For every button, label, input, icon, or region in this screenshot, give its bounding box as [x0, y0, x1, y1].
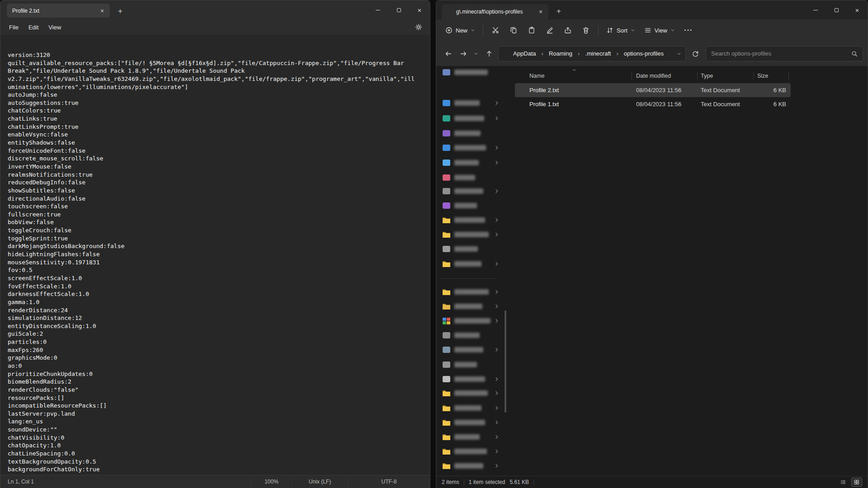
- sidebar-item[interactable]: [436, 286, 503, 298]
- chevron-icon[interactable]: [494, 348, 498, 352]
- zoom-level[interactable]: 100%: [251, 478, 292, 486]
- sidebar-item[interactable]: [436, 359, 503, 371]
- sidebar-item[interactable]: [436, 329, 503, 341]
- file-row-profile-2[interactable]: Profile 2.txt 08/04/2023 11:56 Text Docu…: [515, 83, 791, 97]
- search-input[interactable]: [711, 50, 848, 57]
- thumbnails-view-button[interactable]: [851, 478, 862, 487]
- recent-locations-button[interactable]: [471, 46, 481, 61]
- new-tab-button[interactable]: +: [553, 5, 565, 17]
- chevron-icon[interactable]: [494, 262, 498, 266]
- search-box[interactable]: [706, 46, 863, 61]
- chevron-icon[interactable]: [494, 189, 498, 193]
- delete-button[interactable]: [577, 23, 595, 38]
- menu-edit[interactable]: Edit: [24, 22, 43, 33]
- chevron-icon[interactable]: [494, 319, 498, 323]
- tab-close-icon[interactable]: ×: [97, 6, 107, 16]
- chevron-icon[interactable]: [494, 406, 498, 410]
- sidebar-item[interactable]: [436, 243, 503, 255]
- column-divider[interactable]: [697, 72, 698, 80]
- notepad-tab[interactable]: Profile 2.txt ×: [7, 4, 110, 18]
- chevron-icon[interactable]: [494, 117, 498, 120]
- breadcrumb-roaming[interactable]: Roaming: [547, 49, 574, 58]
- sidebar-item[interactable]: [436, 229, 503, 240]
- file-row-profile-1[interactable]: Profile 1.txt 08/04/2023 11:56 Text Docu…: [515, 97, 791, 111]
- sidebar-item[interactable]: [436, 172, 503, 183]
- refresh-button[interactable]: [688, 46, 703, 61]
- line-ending[interactable]: Unix (LF): [292, 478, 348, 486]
- chevron-icon[interactable]: [494, 305, 498, 308]
- close-button[interactable]: ×: [847, 0, 868, 19]
- column-header-name[interactable]: Name: [529, 73, 544, 79]
- sidebar-item[interactable]: [436, 142, 503, 154]
- column-divider[interactable]: [632, 72, 632, 80]
- sidebar-item[interactable]: [436, 200, 503, 211]
- sidebar-item[interactable]: [436, 446, 503, 457]
- chevron-icon[interactable]: [494, 391, 498, 395]
- sidebar-item[interactable]: [436, 431, 503, 443]
- sidebar-scrollbar[interactable]: [503, 66, 508, 476]
- close-button[interactable]: ×: [409, 0, 430, 19]
- minimize-button[interactable]: [805, 0, 826, 19]
- chevron-down-icon[interactable]: [677, 52, 681, 56]
- tab-close-icon[interactable]: ×: [536, 7, 546, 17]
- scrollbar-thumb[interactable]: [505, 310, 506, 413]
- sidebar-item[interactable]: [436, 300, 503, 312]
- sidebar-item[interactable]: [436, 127, 503, 139]
- paste-button[interactable]: [523, 23, 541, 38]
- chevron-icon[interactable]: [494, 377, 498, 381]
- more-options-button[interactable]: ···: [679, 23, 698, 38]
- menu-view[interactable]: View: [43, 22, 66, 33]
- chevron-icon[interactable]: [494, 218, 498, 222]
- explorer-tab[interactable]: g\.minecraft\options-profiles ×: [442, 4, 548, 19]
- sidebar-item[interactable]: [436, 387, 503, 399]
- column-header-type[interactable]: Type: [701, 73, 713, 79]
- breadcrumb-options-profiles[interactable]: options-profiles: [622, 49, 665, 58]
- minimize-button[interactable]: [368, 0, 388, 19]
- rename-button[interactable]: [541, 23, 559, 38]
- sidebar-item[interactable]: [436, 344, 503, 356]
- sort-button[interactable]: Sort: [602, 23, 640, 37]
- sidebar-item[interactable]: [436, 214, 503, 226]
- column-header-date-modified[interactable]: Date modified: [636, 73, 671, 79]
- chevron-icon[interactable]: [494, 421, 498, 424]
- back-button[interactable]: [441, 46, 456, 61]
- new-button[interactable]: New: [441, 23, 480, 37]
- address-bar[interactable]: AppData › Roaming › .minecraft › options…: [498, 46, 686, 61]
- column-divider[interactable]: [753, 72, 754, 80]
- sidebar-item[interactable]: [436, 258, 503, 270]
- new-tab-button[interactable]: +: [114, 5, 126, 17]
- chevron-icon[interactable]: [494, 233, 498, 236]
- details-view-button[interactable]: [838, 478, 849, 487]
- sidebar-item[interactable]: [436, 460, 503, 472]
- menu-file[interactable]: File: [4, 22, 24, 33]
- sidebar-item[interactable]: [436, 402, 503, 414]
- copy-button[interactable]: [505, 23, 523, 38]
- chevron-icon[interactable]: [494, 290, 498, 294]
- text-editor[interactable]: version:3120quilt_available_resource_pac…: [0, 35, 430, 475]
- breadcrumb-minecraft[interactable]: .minecraft: [583, 49, 613, 58]
- sidebar-item[interactable]: [436, 113, 503, 124]
- sidebar-item[interactable]: [436, 97, 503, 109]
- up-button[interactable]: [481, 46, 496, 61]
- cut-button[interactable]: [486, 23, 505, 38]
- column-divider[interactable]: [788, 72, 789, 80]
- share-button[interactable]: [559, 23, 577, 38]
- encoding[interactable]: UTF-8: [348, 478, 430, 486]
- breadcrumb-appdata[interactable]: AppData: [511, 49, 538, 58]
- sidebar-item[interactable]: [436, 185, 503, 197]
- chevron-icon[interactable]: [494, 450, 498, 453]
- maximize-button[interactable]: [826, 0, 847, 19]
- forward-button[interactable]: [456, 46, 471, 61]
- view-button[interactable]: View: [640, 23, 679, 37]
- column-header-size[interactable]: Size: [757, 73, 768, 79]
- sidebar-item[interactable]: [436, 315, 503, 327]
- sidebar-item[interactable]: [436, 157, 503, 169]
- maximize-button[interactable]: [388, 0, 409, 19]
- chevron-icon[interactable]: [494, 161, 498, 164]
- chevron-icon[interactable]: [494, 464, 498, 468]
- chevron-icon[interactable]: [494, 435, 498, 439]
- sidebar-item[interactable]: [436, 66, 503, 78]
- settings-gear-icon[interactable]: [412, 21, 425, 33]
- chevron-icon[interactable]: [494, 146, 498, 150]
- search-icon[interactable]: [851, 51, 858, 57]
